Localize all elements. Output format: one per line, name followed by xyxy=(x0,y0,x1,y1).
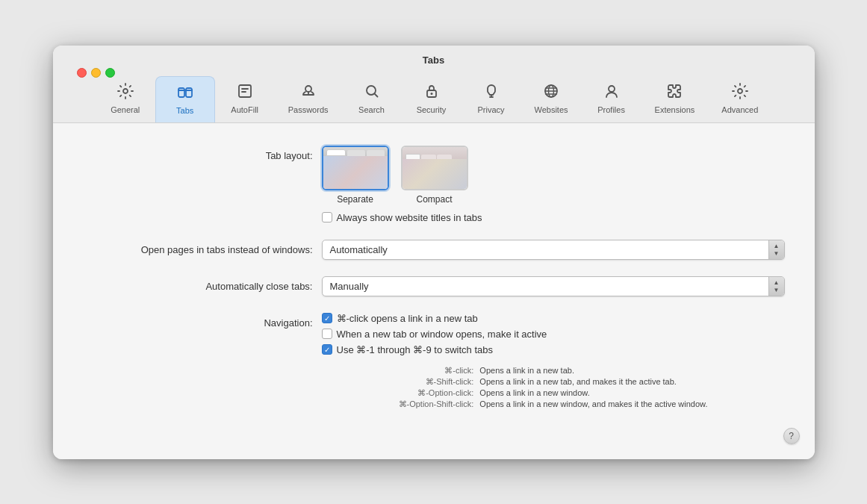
hint-value-3: Opens a link in a new window, and makes … xyxy=(479,399,784,409)
separate-tab-inactive-2 xyxy=(367,150,385,156)
general-label: General xyxy=(111,105,140,114)
help-button[interactable]: ? xyxy=(783,428,800,444)
toolbar-item-tabs[interactable]: Tabs xyxy=(155,76,215,122)
separate-tab-inactive xyxy=(347,150,365,156)
help-icon: ? xyxy=(789,431,794,441)
svg-point-10 xyxy=(609,86,615,92)
svg-point-5 xyxy=(367,86,376,95)
auto-close-arrow: ▲ ▼ xyxy=(768,277,784,296)
open-pages-select[interactable]: Automatically ▲ ▼ xyxy=(322,240,785,260)
tab-layout-section: Tab layout: Separate xyxy=(83,146,785,223)
separate-thumb-body xyxy=(323,156,388,190)
svg-rect-1 xyxy=(178,88,184,97)
toolbar-item-advanced[interactable]: Advanced xyxy=(708,76,771,122)
nav-row-new-tab-active: When a new tab or window opens, make it … xyxy=(322,329,785,340)
tab-option-compact[interactable]: Compact xyxy=(401,146,468,205)
auto-close-content: Manually ▲ ▼ xyxy=(322,276,785,296)
navigation-label: Navigation: xyxy=(83,313,322,329)
toolbar-item-general[interactable]: General xyxy=(96,76,155,122)
auto-close-select[interactable]: Manually ▲ ▼ xyxy=(322,276,785,296)
compact-tab-1 xyxy=(405,154,420,159)
toolbar-item-security[interactable]: Security xyxy=(402,76,462,122)
navigation-items: ✓ ⌘-click opens a link in a new tab When… xyxy=(322,313,785,355)
open-pages-arrow: ▲ ▼ xyxy=(768,240,784,259)
toolbar-item-search[interactable]: Search xyxy=(342,76,402,122)
tabs-icon xyxy=(176,83,194,104)
close-button[interactable] xyxy=(77,68,87,78)
compact-header xyxy=(403,147,467,159)
passwords-icon xyxy=(299,82,317,103)
compact-tab-2 xyxy=(421,155,436,159)
autofill-label: AutoFill xyxy=(231,105,258,114)
svg-rect-2 xyxy=(186,88,192,97)
passwords-label: Passwords xyxy=(288,105,329,114)
toolbar-item-autofill[interactable]: AutoFill xyxy=(215,76,275,122)
hint-key-3: ⌘-Option-Shift-click: xyxy=(322,399,474,409)
general-icon xyxy=(116,82,134,103)
arrow-down-icon-2: ▼ xyxy=(774,287,780,293)
arrow-down-icon: ▼ xyxy=(774,250,780,257)
open-pages-value: Automatically xyxy=(330,244,764,255)
svg-point-4 xyxy=(305,86,311,92)
advanced-icon xyxy=(731,82,749,103)
hint-key-0: ⌘-click: xyxy=(322,366,474,376)
svg-point-7 xyxy=(430,93,432,95)
compact-thumbnail xyxy=(401,146,468,190)
navigation-section: Navigation: ✓ ⌘-click opens a link in a … xyxy=(83,313,785,409)
websites-icon xyxy=(542,82,560,103)
security-icon xyxy=(423,82,441,103)
websites-label: Websites xyxy=(535,105,568,114)
hint-key-1: ⌘-Shift-click: xyxy=(322,377,474,387)
toolbar: General Tabs xyxy=(96,76,772,122)
privacy-icon xyxy=(482,82,500,103)
arrow-up-icon: ▲ xyxy=(774,243,780,249)
toolbar-item-privacy[interactable]: Privacy xyxy=(462,76,521,122)
cmd-click-checkbox[interactable]: ✓ xyxy=(322,313,332,323)
always-show-titles-label: Always show website titles in tabs xyxy=(337,212,482,223)
svg-point-11 xyxy=(738,89,742,93)
new-tab-active-label: When a new tab or window opens, make it … xyxy=(337,329,547,340)
open-pages-section: Open pages in tabs instead of windows: A… xyxy=(83,240,785,260)
hint-value-1: Opens a link in a new tab, and makes it … xyxy=(479,377,784,387)
hint-key-2: ⌘-Option-click: xyxy=(322,388,474,398)
security-label: Security xyxy=(417,105,447,114)
privacy-label: Privacy xyxy=(477,105,504,114)
advanced-label: Advanced xyxy=(721,105,758,114)
content-area: Tab layout: Separate xyxy=(53,123,815,459)
tab-layout-content: Separate Compact xyxy=(322,146,785,223)
auto-close-section: Automatically close tabs: Manually ▲ ▼ xyxy=(83,276,785,296)
compact-tab-3 xyxy=(437,155,452,159)
separate-option-label: Separate xyxy=(337,194,373,205)
compact-option-label: Compact xyxy=(416,194,452,205)
cmd-switch-checkbox[interactable]: ✓ xyxy=(322,344,332,355)
auto-close-value: Manually xyxy=(330,281,764,292)
extensions-label: Extensions xyxy=(655,105,695,114)
new-tab-active-checkbox[interactable] xyxy=(322,329,332,339)
separate-tabs-bar xyxy=(323,147,388,156)
hint-value-0: Opens a link in a new tab. xyxy=(479,366,784,376)
toolbar-item-extensions[interactable]: Extensions xyxy=(641,76,709,122)
extensions-icon xyxy=(665,82,683,103)
search-icon xyxy=(363,82,381,103)
open-pages-label: Open pages in tabs instead of windows: xyxy=(83,240,322,255)
preferences-window: Tabs General xyxy=(53,46,815,459)
toolbar-item-websites[interactable]: Websites xyxy=(521,76,582,122)
open-pages-content: Automatically ▲ ▼ xyxy=(322,240,785,260)
always-show-titles-checkbox[interactable] xyxy=(322,212,332,223)
hints-table: ⌘-click: Opens a link in a new tab. ⌘-Sh… xyxy=(322,366,785,409)
tab-option-separate[interactable]: Separate xyxy=(322,146,389,205)
toolbar-item-profiles[interactable]: Profiles xyxy=(582,76,641,122)
always-show-titles-row: Always show website titles in tabs xyxy=(322,212,785,223)
svg-rect-3 xyxy=(239,85,251,97)
nav-row-cmd-switch: ✓ Use ⌘-1 through ⌘-9 to switch tabs xyxy=(322,344,785,355)
window-title: Tabs xyxy=(423,55,444,66)
svg-point-0 xyxy=(123,89,128,93)
titlebar: Tabs General xyxy=(53,46,815,123)
nav-row-cmd-click: ✓ ⌘-click opens a link in a new tab xyxy=(322,313,785,324)
tabs-label: Tabs xyxy=(176,106,193,115)
separate-thumbnail xyxy=(322,146,389,190)
toolbar-item-passwords[interactable]: Passwords xyxy=(275,76,342,122)
navigation-content: ✓ ⌘-click opens a link in a new tab When… xyxy=(322,313,785,409)
hint-value-2: Opens a link in a new window. xyxy=(479,388,784,398)
tab-layout-label: Tab layout: xyxy=(83,146,322,161)
